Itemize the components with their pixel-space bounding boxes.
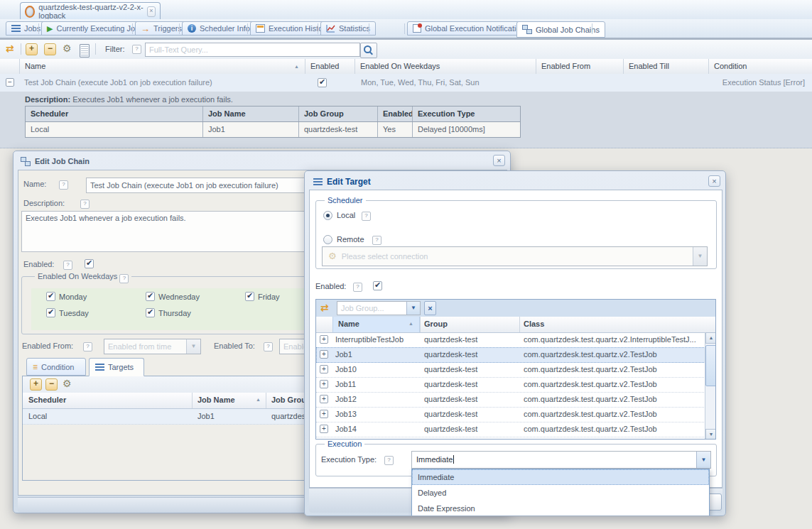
expand-icon[interactable]: +	[320, 425, 328, 433]
column-header-class[interactable]: Class	[524, 317, 694, 332]
column-header-name[interactable]: Name▲	[20, 59, 305, 74]
expand-icon[interactable]: +	[320, 380, 328, 388]
tools-icon[interactable]: ⚙	[63, 378, 72, 389]
enabled-checkbox[interactable]	[85, 259, 94, 268]
tab-jobs[interactable]: Jobs	[6, 21, 46, 36]
target-list-icon	[313, 178, 323, 186]
copy-icon[interactable]	[80, 44, 90, 58]
column-header-name[interactable]: Name	[338, 317, 402, 332]
help-icon[interactable]: ?	[83, 342, 92, 351]
cell-group: quartzdesk-test	[424, 347, 516, 362]
targets-summary-table: Scheduler Job Name Job Group Enabled Exe…	[25, 106, 521, 138]
job-row[interactable]: + Job14 quartzdesk-test com.quartzdesk.t…	[316, 422, 715, 437]
expand-icon[interactable]: +	[320, 395, 328, 403]
chevron-down-icon[interactable]: ▼	[186, 339, 200, 354]
refresh-icon[interactable]: ⇄	[320, 302, 329, 313]
help-icon[interactable]: ?	[63, 261, 72, 270]
help-icon[interactable]: ?	[362, 212, 371, 221]
expand-icon[interactable]: +	[320, 335, 328, 344]
tab-condition[interactable]: ≡Condition	[26, 358, 86, 376]
job-row[interactable]: + InterruptibleTestJob quartzdesk-test c…	[316, 332, 715, 348]
enabled-checkbox[interactable]	[318, 78, 327, 87]
execution-type-combo[interactable]: Immediate ▼	[411, 451, 711, 469]
cell-job-group: quartzdesk-test	[299, 122, 378, 137]
help-icon[interactable]: ?	[59, 180, 68, 190]
column-header-condition[interactable]: Condition	[709, 59, 812, 74]
add-job-chain-button[interactable]: +	[26, 43, 38, 55]
remote-radio[interactable]	[323, 235, 332, 244]
help-icon[interactable]: ?	[372, 236, 381, 245]
job-group-filter-combo[interactable]: Job Group... ▼	[337, 301, 421, 315]
help-icon[interactable]: ?	[132, 45, 141, 54]
chevron-down-icon[interactable]: ▼	[696, 452, 710, 468]
column-header-job-name[interactable]: Job Name	[197, 393, 254, 408]
column-header-enabled[interactable]: Enabled	[305, 59, 355, 74]
column-header-enabled-till[interactable]: Enabled Till	[624, 59, 709, 74]
chevron-down-icon[interactable]: ▼	[406, 302, 420, 315]
expand-icon[interactable]: +	[320, 410, 328, 418]
tab-statistics[interactable]: Statistics	[320, 21, 376, 36]
remove-target-button[interactable]: −	[45, 378, 58, 391]
column-header-group[interactable]: Group	[424, 317, 509, 332]
dropdown-option-date-expression[interactable]: Date Expression	[412, 501, 709, 516]
tools-icon[interactable]: ⚙	[63, 43, 72, 54]
help-icon[interactable]: ?	[264, 342, 273, 351]
enabled-from-combo[interactable]: Enabled from time ▼	[104, 339, 201, 354]
help-icon[interactable]: ?	[119, 274, 129, 283]
expand-icon[interactable]: +	[320, 365, 328, 373]
job-row[interactable]: + Job11 quartzdesk-test com.quartzdesk.t…	[316, 377, 715, 393]
tab-scheduler-info[interactable]: iScheduler Info	[182, 21, 256, 36]
enabled-checkbox[interactable]	[373, 281, 382, 290]
weekday-monday-checkbox[interactable]	[46, 292, 55, 301]
tab-global-execution-notifications[interactable]: Global Execution Notifications	[407, 21, 534, 36]
execution-type-label: Execution Type:	[321, 455, 377, 464]
weekday-tuesday-checkbox[interactable]	[46, 308, 55, 317]
close-icon[interactable]: ×	[147, 6, 156, 17]
job-row[interactable]: + Job12 quartzdesk-test com.quartzdesk.t…	[316, 392, 715, 408]
name-input[interactable]	[86, 178, 312, 193]
tab-targets[interactable]: Targets	[89, 358, 144, 376]
column-divider	[420, 317, 421, 332]
tab-label: Statistics	[339, 24, 370, 33]
job-chains-grid-header: Name▲ Enabled Enabled On Weekdays Enable…	[0, 59, 812, 75]
weekday-thursday-checkbox[interactable]	[146, 308, 155, 317]
enabled-from-placeholder: Enabled from time	[104, 342, 171, 351]
column-header-enabled-from[interactable]: Enabled From	[536, 59, 624, 74]
weekday-wednesday-checkbox[interactable]	[146, 292, 155, 301]
description-textarea[interactable]: Executes Job1 whenever a job execution f…	[21, 211, 312, 252]
weekday-friday-checkbox[interactable]	[245, 292, 254, 301]
edit-target-dialog: Edit Target × Scheduler Local ? Remote ?…	[304, 170, 726, 516]
column-header-scheduler[interactable]: Scheduler	[28, 393, 192, 408]
enabled-label: Enabled:	[23, 260, 54, 268]
job-row[interactable]: + Job13 quartzdesk-test com.quartzdesk.t…	[316, 407, 715, 422]
dropdown-option-immediate[interactable]: Immediate	[412, 469, 709, 485]
chevron-down-icon[interactable]: ▼	[693, 247, 707, 266]
close-icon[interactable]: ×	[493, 155, 505, 166]
job-row-selected[interactable]: + Job1 quartzdesk-test com.quartzdesk.te…	[316, 347, 715, 363]
help-icon[interactable]: ?	[80, 200, 90, 209]
scroll-down-icon[interactable]: ▼	[705, 429, 716, 440]
collapse-icon[interactable]: −	[6, 78, 14, 87]
filter-input[interactable]	[145, 43, 360, 57]
vertical-scrollbar[interactable]: ▲ ▼	[705, 332, 716, 440]
help-icon[interactable]: ?	[384, 456, 394, 465]
refresh-icon[interactable]: ⇄	[6, 43, 14, 54]
dropdown-option-delayed[interactable]: Delayed	[412, 485, 709, 501]
connection-combo[interactable]: ⚙ Please select connection ▼	[322, 246, 708, 266]
close-icon[interactable]: ×	[708, 175, 720, 187]
add-target-button[interactable]: +	[30, 378, 42, 391]
local-radio[interactable]	[323, 211, 332, 220]
job-chain-row[interactable]: − Test Job Chain (execute Job1 on job ex…	[0, 74, 812, 92]
expand-icon[interactable]: +	[320, 350, 328, 359]
nav-tab-bar: Jobs ▶Currently Executing Jobs →Triggers…	[0, 19, 812, 40]
column-header-enabled-on-weekdays[interactable]: Enabled On Weekdays	[355, 59, 536, 74]
job-row[interactable]: + Job10 quartzdesk-test com.quartzdesk.t…	[316, 362, 715, 378]
remove-job-chain-button[interactable]: −	[44, 43, 56, 55]
search-button[interactable]	[360, 43, 377, 58]
app-tab[interactable]: quartzdesk-test-quartz-v2-2-x-logback ×	[20, 2, 161, 20]
column-divider	[519, 317, 520, 332]
help-icon[interactable]: ?	[353, 283, 362, 292]
clear-filter-button[interactable]: ×	[424, 301, 436, 315]
scroll-up-icon[interactable]: ▲	[705, 332, 716, 344]
scrollbar-thumb[interactable]	[705, 345, 716, 386]
